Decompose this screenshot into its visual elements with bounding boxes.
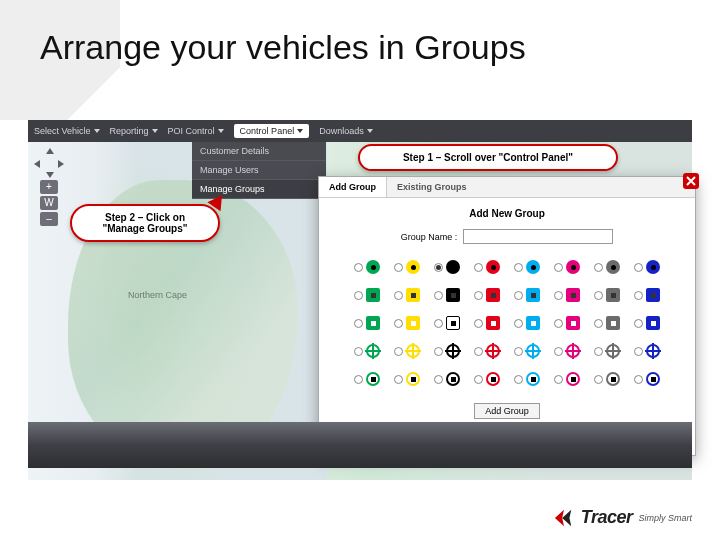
color-option[interactable] — [509, 338, 545, 364]
color-swatch — [406, 344, 420, 358]
radio-icon — [554, 319, 563, 328]
color-option[interactable] — [469, 310, 505, 336]
color-option[interactable] — [389, 254, 425, 280]
radio-icon — [354, 347, 363, 356]
topbar-poi-control[interactable]: POI Control — [168, 126, 224, 136]
radio-icon — [434, 319, 443, 328]
zoom-in-button[interactable]: + — [40, 180, 58, 194]
color-option[interactable] — [629, 366, 665, 392]
map-pan-control[interactable] — [34, 148, 64, 178]
color-swatch — [606, 316, 620, 330]
radio-icon — [594, 347, 603, 356]
color-option[interactable] — [589, 310, 625, 336]
color-option[interactable] — [629, 310, 665, 336]
color-swatch — [406, 316, 420, 330]
radio-icon — [434, 375, 443, 384]
radio-icon — [434, 291, 443, 300]
color-swatch — [646, 344, 660, 358]
color-swatch — [606, 344, 620, 358]
group-name-input[interactable] — [463, 229, 613, 244]
zoom-out-button[interactable]: – — [40, 212, 58, 226]
color-option[interactable] — [509, 282, 545, 308]
color-option[interactable] — [549, 310, 585, 336]
color-option[interactable] — [549, 254, 585, 280]
topbar-downloads[interactable]: Downloads — [319, 126, 373, 136]
color-swatch — [446, 372, 460, 386]
tab-add-group[interactable]: Add Group — [319, 177, 387, 197]
color-swatch — [446, 260, 460, 274]
dropdown-customer-details[interactable]: Customer Details — [192, 142, 326, 161]
color-option[interactable] — [429, 366, 465, 392]
color-swatch — [566, 344, 580, 358]
color-option[interactable] — [469, 254, 505, 280]
app-screenshot: Northern Cape Western Cape Eastern Cape … — [28, 120, 692, 480]
radio-icon — [554, 347, 563, 356]
color-option[interactable] — [629, 254, 665, 280]
color-swatch — [526, 288, 540, 302]
color-option[interactable] — [469, 282, 505, 308]
color-option[interactable] — [469, 338, 505, 364]
color-option[interactable] — [549, 282, 585, 308]
color-option[interactable] — [349, 310, 385, 336]
color-option[interactable] — [589, 282, 625, 308]
radio-icon — [554, 291, 563, 300]
color-option[interactable] — [429, 254, 465, 280]
color-option[interactable] — [469, 366, 505, 392]
color-option[interactable] — [389, 366, 425, 392]
radio-icon — [514, 319, 523, 328]
color-option[interactable] — [589, 338, 625, 364]
color-option[interactable] — [349, 338, 385, 364]
group-name-row: Group Name : — [319, 225, 695, 254]
color-swatch — [446, 288, 460, 302]
color-option[interactable] — [349, 282, 385, 308]
radio-icon — [354, 319, 363, 328]
color-option[interactable] — [549, 366, 585, 392]
radio-icon — [594, 319, 603, 328]
topbar-control-panel[interactable]: Control Panel — [234, 124, 310, 138]
chevron-down-icon — [218, 129, 224, 133]
color-option[interactable] — [429, 282, 465, 308]
color-option[interactable] — [389, 338, 425, 364]
color-option[interactable] — [349, 254, 385, 280]
radio-icon — [594, 291, 603, 300]
color-option[interactable] — [589, 366, 625, 392]
color-option[interactable] — [389, 310, 425, 336]
add-group-button[interactable]: Add Group — [474, 403, 540, 419]
topbar-select-vehicle[interactable]: Select Vehicle — [34, 126, 100, 136]
color-option[interactable] — [429, 338, 465, 364]
modal-tabs: Add Group Existing Groups — [319, 177, 695, 198]
radio-icon — [474, 263, 483, 272]
color-option[interactable] — [629, 282, 665, 308]
color-swatch — [366, 372, 380, 386]
color-swatch — [486, 344, 500, 358]
radio-icon — [474, 375, 483, 384]
topbar-reporting[interactable]: Reporting — [110, 126, 158, 136]
color-option[interactable] — [429, 310, 465, 336]
color-swatch — [646, 372, 660, 386]
color-swatch — [646, 288, 660, 302]
slide-footer-bar — [28, 422, 692, 468]
color-swatch — [526, 316, 540, 330]
radio-icon — [354, 375, 363, 384]
color-option[interactable] — [589, 254, 625, 280]
radio-icon — [474, 291, 483, 300]
color-option[interactable] — [509, 310, 545, 336]
modal-close-button[interactable] — [683, 173, 699, 189]
radio-icon — [474, 319, 483, 328]
color-option[interactable] — [509, 366, 545, 392]
tab-existing-groups[interactable]: Existing Groups — [387, 177, 477, 197]
radio-icon — [434, 263, 443, 272]
color-option[interactable] — [629, 338, 665, 364]
color-option[interactable] — [549, 338, 585, 364]
radio-icon — [514, 291, 523, 300]
chevron-down-icon — [94, 129, 100, 133]
dropdown-manage-users[interactable]: Manage Users — [192, 161, 326, 180]
color-swatch — [526, 344, 540, 358]
color-option[interactable] — [389, 282, 425, 308]
zoom-w-button[interactable]: W — [40, 196, 58, 210]
color-swatch — [606, 260, 620, 274]
color-option[interactable] — [349, 366, 385, 392]
close-icon — [686, 176, 696, 186]
color-swatch — [486, 260, 500, 274]
color-option[interactable] — [509, 254, 545, 280]
